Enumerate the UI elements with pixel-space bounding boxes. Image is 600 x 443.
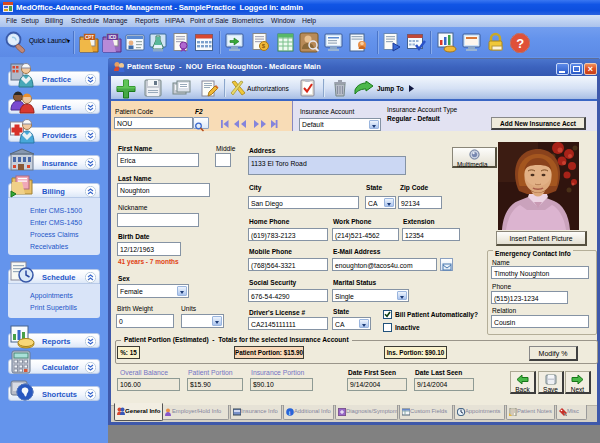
svg-text:CPT: CPT (85, 35, 94, 40)
svg-text:ICD: ICD (109, 35, 118, 40)
svg-text:?: ? (516, 36, 524, 51)
